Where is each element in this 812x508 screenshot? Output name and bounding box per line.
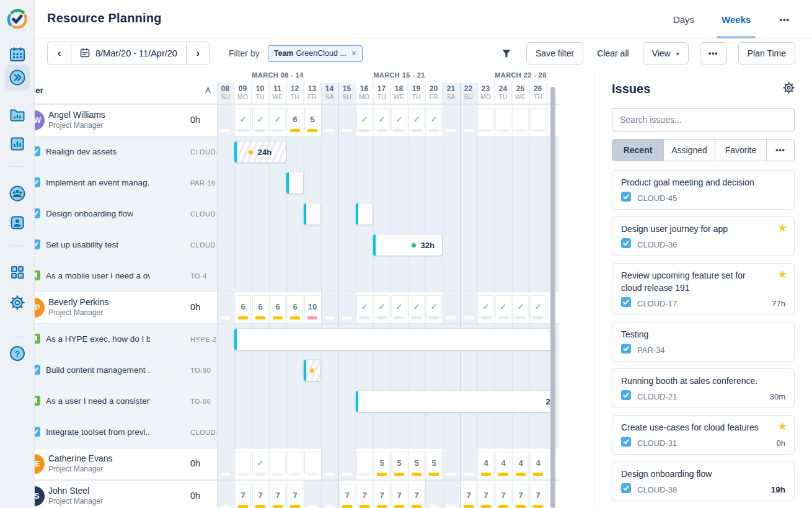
- capacity-cell[interactable]: [478, 108, 494, 131]
- chart-nav-icon[interactable]: [10, 136, 25, 151]
- capacity-cell[interactable]: 7: [461, 484, 477, 507]
- planner-nav-icon[interactable]: [9, 69, 26, 86]
- issue-card[interactable]: Design user journey for appCLOUD-36★: [612, 216, 795, 256]
- capacity-cell[interactable]: ✓: [356, 295, 373, 318]
- apps-grid-icon[interactable]: [10, 265, 25, 280]
- capacity-cell[interactable]: [270, 452, 286, 475]
- capacity-cell[interactable]: 7: [339, 484, 355, 507]
- capacity-cell[interactable]: 5: [408, 452, 425, 475]
- task-row[interactable]: Build content management ... TO-90: [2, 355, 559, 386]
- capacity-cell[interactable]: [530, 108, 546, 131]
- capacity-cell[interactable]: 5: [426, 452, 442, 475]
- capacity-cell[interactable]: ✓: [408, 108, 425, 131]
- reports-folder-icon[interactable]: [9, 107, 25, 123]
- favorite-star-icon[interactable]: ★: [778, 268, 787, 281]
- team-filter-chip[interactable]: TeamGreenCloud ... ×: [268, 45, 363, 62]
- issue-card[interactable]: Design onboarding flowCLOUD-3819h: [612, 461, 795, 501]
- tab-days[interactable]: Days: [673, 0, 694, 38]
- teams-nav-icon[interactable]: [9, 185, 26, 202]
- capacity-cell[interactable]: ✓: [252, 452, 268, 475]
- capacity-cell[interactable]: 5: [391, 452, 407, 475]
- allocation-bar[interactable]: [304, 360, 320, 381]
- tab-favorite[interactable]: Favorite: [715, 140, 767, 161]
- issues-settings-gear-icon[interactable]: [783, 82, 795, 96]
- task-row[interactable]: As a mobile user I need a ov... TO-4: [2, 261, 559, 292]
- capacity-cell[interactable]: 10: [304, 295, 320, 318]
- capacity-cell[interactable]: 7: [530, 484, 546, 507]
- tab-weeks[interactable]: Weeks: [722, 0, 751, 38]
- clear-all-button[interactable]: Clear all: [597, 48, 629, 58]
- user-profile-nav-icon[interactable]: [10, 215, 25, 230]
- task-row[interactable]: Integrate toolset from previ... CLOUD-41: [2, 417, 559, 448]
- allocation-bar[interactable]: [234, 329, 552, 350]
- help-icon[interactable]: ?: [9, 345, 25, 362]
- capacity-cell[interactable]: 5: [304, 108, 320, 131]
- capacity-cell[interactable]: 5: [374, 452, 390, 475]
- issue-card[interactable]: Create use-cases for cloud featuresCLOUD…: [612, 415, 795, 455]
- search-issues-input[interactable]: [612, 108, 795, 131]
- plan-time-button[interactable]: Plan Time: [738, 42, 795, 65]
- capacity-cell[interactable]: ✓: [530, 295, 546, 318]
- capacity-cell[interactable]: 4: [478, 452, 494, 475]
- capacity-cell[interactable]: [495, 108, 511, 131]
- calendar-nav-icon[interactable]: [9, 47, 25, 63]
- capacity-cell[interactable]: [513, 108, 529, 131]
- capacity-cell[interactable]: [287, 452, 303, 475]
- filter-funnel-icon[interactable]: [501, 48, 511, 58]
- settings-gear-icon[interactable]: [9, 295, 25, 311]
- capacity-cell[interactable]: 7: [374, 484, 390, 507]
- capacity-cell[interactable]: 4: [495, 452, 511, 475]
- capacity-cell[interactable]: ✓: [270, 108, 286, 131]
- capacity-cell[interactable]: [235, 452, 251, 475]
- vertical-scrollbar[interactable]: [550, 87, 555, 508]
- capacity-cell[interactable]: ✓: [495, 295, 511, 318]
- favorite-star-icon[interactable]: ★: [778, 420, 787, 433]
- capacity-cell[interactable]: 6: [287, 295, 303, 318]
- tab-assigned[interactable]: Assigned: [664, 140, 715, 161]
- capacity-cell[interactable]: 7: [408, 484, 425, 507]
- capacity-cell[interactable]: ✓: [356, 108, 373, 131]
- allocation-bar[interactable]: [286, 172, 303, 194]
- capacity-cell[interactable]: ✓: [426, 108, 442, 131]
- capacity-cell[interactable]: 7: [513, 484, 529, 507]
- save-filter-button[interactable]: Save filter: [526, 42, 583, 65]
- capacity-cell[interactable]: 7: [270, 484, 286, 507]
- capacity-cell[interactable]: ✓: [252, 108, 268, 131]
- allocation-bar[interactable]: 26: [356, 391, 552, 412]
- next-week-button[interactable]: ›: [187, 42, 210, 65]
- issues-tabs-more-button[interactable]: •••: [767, 140, 794, 161]
- capacity-cell[interactable]: 7: [287, 484, 303, 507]
- capacity-cell[interactable]: 6: [270, 295, 286, 318]
- capacity-cell[interactable]: 7: [235, 484, 251, 507]
- allocation-bar[interactable]: 32h: [373, 234, 442, 256]
- task-row[interactable]: Design onboarding flow CLOUD-38: [2, 198, 559, 229]
- a-column-header[interactable]: A: [205, 86, 211, 95]
- view-dropdown[interactable]: View▾: [643, 42, 689, 65]
- capacity-cell[interactable]: 6: [287, 108, 303, 131]
- capacity-cell[interactable]: 7: [478, 484, 494, 507]
- header-more-button[interactable]: •••: [779, 15, 790, 24]
- date-range-picker[interactable]: 8/Mar/20 - 11/Apr/20: [71, 42, 187, 65]
- allocation-bar[interactable]: [356, 203, 373, 225]
- capacity-cell[interactable]: ✓: [408, 295, 425, 318]
- capacity-cell[interactable]: ✓: [513, 295, 529, 318]
- task-row[interactable]: As a HYPE exec, how do I b... HYPE-2: [2, 324, 559, 355]
- task-row[interactable]: As a user I need a consisten... TO-86 26: [2, 386, 559, 417]
- prev-week-button[interactable]: ‹: [48, 42, 71, 65]
- task-row[interactable]: Realign dev assets CLOUD-42 24h: [2, 136, 559, 167]
- capacity-cell[interactable]: 6: [252, 295, 268, 318]
- capacity-cell[interactable]: ✓: [391, 295, 407, 318]
- issue-card[interactable]: Running booth at sales conference.CLOUD-…: [612, 368, 795, 408]
- capacity-cell[interactable]: 4: [530, 452, 546, 475]
- capacity-cell[interactable]: 7: [356, 484, 373, 507]
- issue-card[interactable]: Product goal meeting and decisionCLOUD-4…: [612, 170, 795, 210]
- capacity-cell[interactable]: [304, 452, 320, 475]
- capacity-cell[interactable]: ✓: [391, 108, 407, 131]
- allocation-bar[interactable]: [304, 203, 320, 225]
- capacity-cell[interactable]: 7: [391, 484, 407, 507]
- favorite-star-icon[interactable]: ★: [778, 221, 787, 234]
- capacity-cell[interactable]: ✓: [235, 108, 251, 131]
- issue-card[interactable]: TestingPAR-34: [612, 322, 795, 362]
- allocation-bar[interactable]: 24h: [234, 141, 286, 163]
- task-row[interactable]: Set up usability test CLOUD-37 32h: [2, 229, 559, 261]
